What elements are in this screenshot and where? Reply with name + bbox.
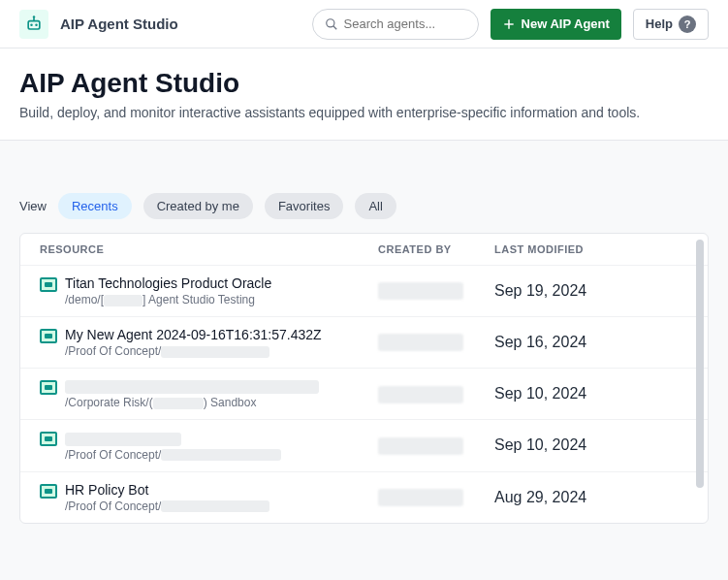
redacted-path-segment (161, 449, 281, 461)
row-last-modified: Aug 29, 2024 (494, 489, 688, 506)
search-input[interactable] (344, 16, 466, 31)
table-row[interactable]: HR Policy Bot/Proof Of Concept/Aug 29, 2… (20, 471, 708, 523)
table-header: RESOURCE CREATED BY LAST MODIFIED (20, 234, 708, 265)
app-title: AIP Agent Studio (60, 16, 178, 32)
tab-created-by-me[interactable]: Created by me (143, 193, 253, 219)
redacted-created-by (378, 489, 463, 506)
table-body: Titan Technologies Product Oracle/demo/[… (20, 265, 708, 523)
help-icon: ? (679, 16, 696, 33)
scrollbar[interactable] (696, 240, 704, 488)
page-subtitle: Build, deploy, and monitor interactive a… (19, 105, 709, 120)
row-created-by (378, 436, 494, 455)
new-agent-button[interactable]: New AIP Agent (491, 9, 621, 40)
view-filter-row: View Recents Created by me Favorites All (19, 193, 709, 219)
redacted-created-by (378, 386, 463, 403)
help-label: Help (646, 16, 673, 31)
row-path-prefix: /Proof Of Concept/ (65, 344, 161, 358)
row-path-prefix: /Corporate Risk/( (65, 396, 153, 409)
table-row[interactable]: /Proof Of Concept/Sep 10, 2024 (20, 419, 708, 470)
top-header: AIP Agent Studio New AIP Agent Help ? (0, 0, 728, 48)
row-created-by (378, 282, 494, 301)
row-created-by (378, 385, 494, 403)
redacted-path-segment (104, 295, 142, 306)
row-title (65, 378, 378, 394)
redacted-path-segment (161, 500, 269, 512)
row-resource: /Proof Of Concept/ (65, 430, 378, 461)
row-title: Titan Technologies Product Oracle (65, 275, 378, 291)
view-label: View (19, 199, 47, 213)
row-path-suffix: ) Sandbox (204, 396, 257, 409)
redacted-path-segment (161, 346, 269, 358)
row-path-prefix: /demo/[ (65, 293, 104, 306)
redacted-title (65, 433, 181, 446)
agents-table: RESOURCE CREATED BY LAST MODIFIED Titan … (19, 233, 709, 524)
hero-section: AIP Agent Studio Build, deploy, and moni… (0, 48, 728, 141)
redacted-created-by (378, 282, 463, 300)
row-path: /Proof Of Concept/ (65, 344, 378, 358)
column-resource: RESOURCE (40, 243, 378, 255)
column-last-modified: LAST MODIFIED (494, 243, 688, 255)
redacted-created-by (378, 334, 463, 351)
column-created-by: CREATED BY (378, 243, 494, 255)
plus-icon (502, 17, 516, 31)
search-icon (325, 17, 338, 31)
row-path: /demo/[] Agent Studio Testing (65, 293, 378, 306)
row-last-modified: Sep 16, 2024 (494, 334, 688, 351)
table-row[interactable]: My New Agent 2024-09-16T16:31:57.432Z/Pr… (20, 316, 708, 368)
row-path-prefix: /Proof Of Concept/ (65, 448, 161, 462)
tab-all[interactable]: All (355, 193, 396, 219)
row-title: My New Agent 2024-09-16T16:31:57.432Z (65, 327, 378, 342)
redacted-path-segment (153, 398, 204, 409)
agent-icon (40, 432, 57, 446)
svg-point-5 (326, 18, 333, 26)
row-last-modified: Sep 10, 2024 (494, 436, 688, 454)
svg-rect-0 (28, 20, 40, 28)
redacted-created-by (378, 437, 463, 455)
agent-icon (40, 277, 57, 292)
row-resource: Titan Technologies Product Oracle/demo/[… (65, 275, 378, 306)
row-path: /Proof Of Concept/ (65, 499, 378, 513)
agent-icon (40, 380, 57, 395)
svg-point-1 (30, 23, 33, 26)
row-title (65, 430, 378, 445)
row-resource: My New Agent 2024-09-16T16:31:57.432Z/Pr… (65, 327, 378, 358)
row-path: /Corporate Risk/() Sandbox (65, 396, 378, 409)
table-row[interactable]: Titan Technologies Product Oracle/demo/[… (20, 265, 708, 316)
tab-favorites[interactable]: Favorites (265, 193, 343, 219)
search-box[interactable] (312, 9, 479, 40)
row-created-by (378, 334, 494, 352)
row-path-prefix: /Proof Of Concept/ (65, 499, 161, 513)
svg-line-6 (332, 25, 336, 29)
agent-icon (40, 329, 57, 343)
row-resource: HR Policy Bot/Proof Of Concept/ (65, 482, 378, 513)
row-last-modified: Sep 19, 2024 (494, 282, 688, 300)
new-agent-label: New AIP Agent (522, 16, 610, 31)
row-path-suffix: ] Agent Studio Testing (142, 293, 255, 306)
row-resource: /Corporate Risk/() Sandbox (65, 378, 378, 409)
page-title: AIP Agent Studio (19, 68, 709, 99)
svg-point-2 (35, 23, 38, 26)
app-logo (19, 10, 48, 39)
redacted-title (65, 380, 319, 394)
robot-icon (24, 15, 44, 34)
svg-point-4 (33, 16, 36, 18)
content: View Recents Created by me Favorites All… (0, 141, 728, 543)
agent-icon (40, 484, 57, 499)
row-last-modified: Sep 10, 2024 (494, 385, 688, 403)
table-row[interactable]: /Corporate Risk/() SandboxSep 10, 2024 (20, 368, 708, 419)
tab-recents[interactable]: Recents (58, 193, 132, 219)
row-created-by (378, 488, 494, 506)
help-button[interactable]: Help ? (633, 9, 709, 40)
row-path: /Proof Of Concept/ (65, 448, 378, 462)
row-title: HR Policy Bot (65, 482, 378, 498)
